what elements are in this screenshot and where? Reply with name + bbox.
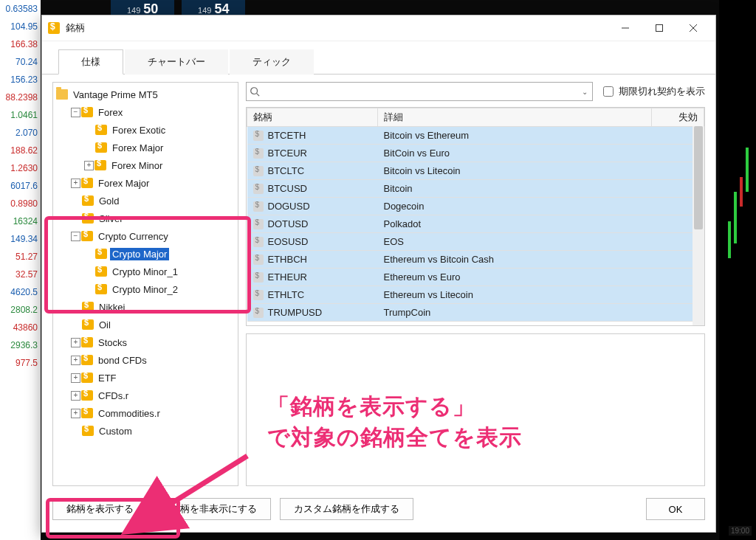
col-disabled[interactable]: 失効 [652,108,704,127]
symbol-detail: Ethereum vs Euro [378,269,652,286]
table-row[interactable]: BTCETHBitcoin vs Ethereum [247,127,704,145]
background-time: 19:00 [729,526,752,536]
tree-item[interactable]: −Forex [55,103,236,121]
expand-icon[interactable]: + [71,356,80,365]
minimize-button[interactable] [609,18,642,38]
tab-chartbar[interactable]: チャートバー [125,49,228,75]
hide-symbol-button[interactable]: 銘柄を非表示にする [157,498,271,520]
table-row[interactable]: BTCEURBitCoin vs Euro [247,145,704,162]
expand-icon[interactable]: + [71,373,80,383]
symbol-name: BTCETH [268,130,306,141]
search-field[interactable]: ⌄ [246,82,593,101]
table-row[interactable]: EOSUSDEOS [247,233,704,251]
create-custom-symbol-button[interactable]: カスタム銘柄を作成する [280,498,413,520]
tree-item[interactable]: Gold [55,192,236,210]
dollar-icon [253,308,264,318]
show-expired-input[interactable] [603,86,614,97]
svg-line-5 [257,94,260,97]
symbol-detail: Bitcoin vs Ethereum [378,127,652,145]
dollar-icon [81,355,93,365]
close-button[interactable] [677,18,709,38]
search-dropdown-icon[interactable]: ⌄ [580,88,589,96]
tree-item-label: Crypto Major [110,248,169,260]
symbol-tree[interactable]: Vantage Prime MT5−ForexForex ExoticForex… [52,82,238,486]
symbol-detail: Polkadot [378,215,652,233]
dollar-icon [95,249,107,259]
table-row[interactable]: DOTUSDPolkadot [247,215,704,233]
tree-item[interactable]: Forex Major [55,139,236,156]
dollar-icon [82,213,94,224]
tree-item-label: CFDs.r [96,390,131,402]
tree-item-label: Forex [96,106,125,119]
tree-item[interactable]: +CFDs.r [55,387,236,404]
dialog-footer: 銘柄を表示する 銘柄を非表示にする カスタム銘柄を作成する OK [42,491,715,532]
symbol-name: DOTUSD [268,218,309,229]
tree-item-label: Forex Minor [109,159,165,172]
dollar-icon [82,426,94,436]
tree-item-label: Commodities.r [96,407,162,420]
tree-item[interactable]: Nikkei [55,298,236,316]
col-detail[interactable]: 詳細 [378,108,652,127]
tree-item-label: ETF [96,372,119,384]
tree-item[interactable]: Custom [55,422,236,440]
tree-item-label: Crypto Minor_2 [110,283,180,296]
window-title: 銘柄 [66,21,609,35]
table-row[interactable]: BTCLTCBitcoin vs Litecoin [247,162,704,180]
tree-item-label: Forex Major [110,142,165,154]
symbol-table[interactable]: 銘柄 詳細 失効 BTCETHBitcoin vs EthereumBTCEUR… [246,107,705,326]
symbol-name: EOSUSD [268,236,309,247]
tree-spacer [84,142,94,153]
tree-item[interactable]: Forex Exotic [55,121,236,139]
expand-icon[interactable]: + [71,391,80,401]
dollar-icon [253,184,264,194]
table-row[interactable]: ETHLTCEthereum vs Litecoin [247,286,704,304]
table-row[interactable]: ETHEUREthereum vs Euro [247,269,704,286]
tree-root-item[interactable]: Vantage Prime MT5 [55,86,236,103]
table-row[interactable]: ETHBCHEthereum vs Bitcoin Cash [247,251,704,269]
tab-spec[interactable]: 仕様 [58,49,123,75]
collapse-icon[interactable]: − [71,232,80,241]
tree-item[interactable]: +Commodities.r [55,404,236,422]
tree-item[interactable]: Oil [55,316,236,333]
tree-item[interactable]: +bond CFDs [55,351,236,369]
expand-icon[interactable]: + [71,179,80,188]
symbol-detail: Bitcoin [378,180,652,198]
tree-item[interactable]: Crypto Major [55,245,236,263]
expand-icon[interactable]: + [71,338,80,347]
col-symbol[interactable]: 銘柄 [247,108,378,127]
tree-item[interactable]: +ETF [55,369,236,387]
tree-item[interactable]: Crypto Minor_1 [55,263,236,280]
collapse-icon[interactable]: − [71,108,80,117]
expand-icon[interactable]: + [71,409,80,418]
tree-spacer [84,249,94,259]
tree-item[interactable]: Crypto Minor_2 [55,280,236,298]
tree-spacer [71,426,81,436]
show-symbol-button[interactable]: 銘柄を表示する [52,498,148,520]
table-scrollbar[interactable] [693,126,704,325]
dollar-icon [82,195,94,206]
dollar-icon [253,166,264,176]
search-input[interactable] [263,83,580,100]
expand-icon[interactable]: + [84,161,94,170]
tree-item[interactable]: −Crypto Currency [55,227,236,245]
dollar-icon [81,107,93,117]
ok-button[interactable]: OK [646,498,705,520]
background-chart [719,0,756,540]
table-row[interactable]: TRUMPUSDTrumpCoin [247,304,704,322]
svg-rect-1 [656,25,663,32]
table-row[interactable]: BTCUSDBitcoin [247,180,704,198]
show-expired-checkbox[interactable]: 期限切れ契約を表示 [600,84,705,99]
dollar-icon [81,408,93,418]
dollar-icon [253,237,264,247]
tab-tick[interactable]: ティック [230,49,314,75]
tree-item[interactable]: +Forex Minor [55,156,236,174]
table-row[interactable]: DOGUSDDogecoin [247,198,704,215]
tree-item[interactable]: Silver [55,210,236,227]
tree-item-label: Vantage Prime MT5 [71,89,160,101]
dollar-icon [253,272,264,283]
tree-item-label: Stocks [96,336,129,349]
tree-item[interactable]: +Forex Major [55,174,236,192]
maximize-button[interactable] [643,18,676,38]
symbol-name: BTCLTC [268,165,305,176]
tree-item[interactable]: +Stocks [55,333,236,351]
